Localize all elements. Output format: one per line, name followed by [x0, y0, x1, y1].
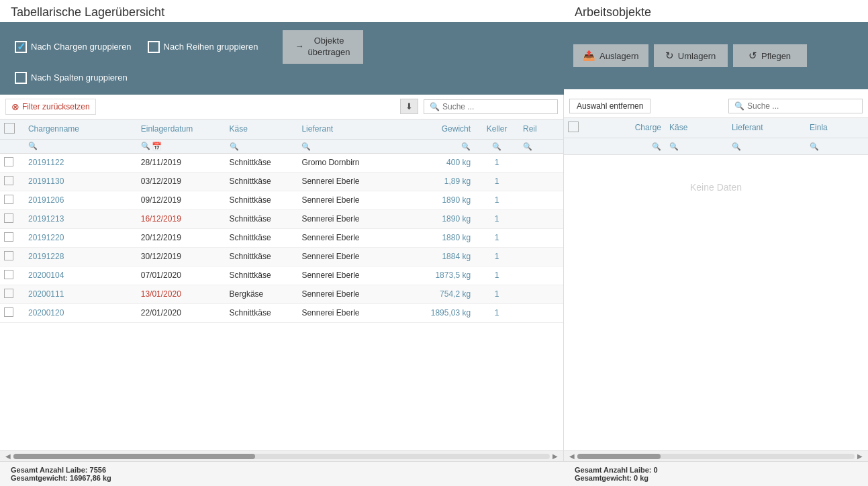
left-hscroll-right-arrow[interactable]: ▶ — [550, 452, 561, 460]
table-row[interactable]: 20191130 03/12/2019 Schnittkäse Sennerei… — [0, 172, 563, 191]
row-chargenname: 20191122 — [24, 153, 137, 172]
right-table-section: Auswahl entfernen 🔍 Charge — [564, 95, 868, 461]
left-table-header-row: Chargenname Einlagerdatum Käse Lieferant… — [0, 119, 563, 140]
right-hscroll-left-arrow[interactable]: ◀ — [567, 452, 577, 460]
left-table-body: 20191122 28/11/2019 Schnittkäse Gromo Do… — [0, 153, 563, 322]
row-kaese: Schnittkäse — [226, 303, 298, 322]
filter-einlagerdatum-cell: 🔍 📅 — [137, 139, 226, 153]
filter-date-icon: 🔍 — [141, 142, 150, 150]
row-lieferant: Sennerei Eberle — [297, 228, 402, 247]
right-col-check — [564, 118, 587, 138]
row-chargenname: 20191213 — [24, 209, 137, 228]
right-col-kaese: Käse — [665, 118, 728, 138]
filter-check-cell — [0, 139, 24, 153]
filter-lieferant-cell: 🔍 — [297, 139, 402, 153]
table-row[interactable]: 20191228 30/12/2019 Schnittkäse Sennerei… — [0, 247, 563, 266]
left-search-input[interactable] — [442, 102, 552, 111]
export-button[interactable]: ⬇ — [400, 99, 418, 114]
row-keller: 1 — [475, 303, 519, 322]
pflegen-label: Pflegen — [761, 51, 791, 61]
pflegen-button[interactable]: ↺ Pflegen — [733, 44, 807, 67]
left-filter-bar: ⊗ Filter zurücksetzen ⬇ 🔍 — [0, 95, 563, 119]
row-keller: 1 — [475, 172, 519, 191]
table-row[interactable]: 20200120 22/01/2020 Schnittkäse Sennerei… — [0, 303, 563, 322]
left-table-filter-row: 🔍 🔍 📅 🔍 — [0, 139, 563, 153]
right-col-charge: Charge — [587, 118, 665, 138]
left-search-box[interactable]: 🔍 — [424, 99, 558, 114]
right-table-scroll[interactable]: Charge Käse Lieferant Einla 🔍 🔍 — [564, 118, 868, 450]
filter-reset-label: Filter zurücksetzen — [22, 102, 90, 111]
transfer-arrow-icon: → — [295, 41, 304, 52]
filter-lieferant-icon: 🔍 — [301, 142, 311, 150]
row-keller: 1 — [475, 285, 519, 303]
table-row[interactable]: 20200104 07/01/2020 Schnittkäse Sennerei… — [0, 266, 563, 285]
row-reil — [519, 209, 563, 228]
content-row: ⊗ Filter zurücksetzen ⬇ 🔍 — [0, 95, 868, 461]
row-lieferant: Sennerei Eberle — [297, 285, 402, 303]
row-chargenname: 20191206 — [24, 191, 137, 209]
row-keller: 1 — [475, 247, 519, 266]
row-reil — [519, 303, 563, 322]
row-reil — [519, 247, 563, 266]
right-filter-lieferant: 🔍 — [728, 138, 806, 154]
nach-spalten-checkbox[interactable]: Nach Spalten gruppieren — [9, 69, 133, 87]
row-keller: 1 — [475, 209, 519, 228]
row-check — [0, 247, 24, 266]
nach-chargen-checkbox[interactable]: ✓ Nach Chargen gruppieren — [9, 38, 137, 56]
right-search-box[interactable]: 🔍 — [728, 99, 863, 113]
row-reil — [519, 285, 563, 303]
filter-chargenname-cell: 🔍 — [24, 139, 137, 153]
transfer-label: Objekteübertragen — [308, 36, 350, 58]
col-header-keller: Keller — [475, 119, 519, 140]
row-reil — [519, 191, 563, 209]
right-hscroll-track[interactable] — [577, 454, 855, 459]
row-lieferant: Gromo Dornbirn — [297, 153, 402, 172]
umlagern-button[interactable]: ↻ Umlagern — [654, 44, 728, 67]
right-search-input[interactable] — [747, 101, 857, 111]
nach-reihen-checkbox[interactable]: Nach Reihen gruppieren — [142, 38, 264, 56]
right-filter-lieferant-icon: 🔍 — [732, 142, 741, 150]
right-hscroll-right-arrow[interactable]: ▶ — [855, 452, 865, 460]
row-gewicht: 400 kg — [402, 153, 475, 172]
right-filter-charge: 🔍 — [587, 138, 665, 154]
row-einlagerdatum: 22/01/2020 — [137, 303, 226, 322]
transfer-button[interactable]: → Objekteübertragen — [283, 30, 363, 64]
right-hscroll-thumb[interactable] — [577, 454, 661, 459]
auslagern-button[interactable]: 📤 Auslagern — [573, 44, 648, 67]
left-hscroll-thumb[interactable] — [13, 454, 255, 459]
row-reil — [519, 153, 563, 172]
left-hscroll-left-arrow[interactable]: ◀ — [3, 452, 13, 460]
filter-reset-button[interactable]: ⊗ Filter zurücksetzen — [5, 99, 96, 115]
row-check — [0, 303, 24, 322]
row-lieferant: Sennerei Eberle — [297, 266, 402, 285]
row-lieferant: Sennerei Eberle — [297, 247, 402, 266]
nach-chargen-label: Nach Chargen gruppieren — [31, 42, 132, 52]
row-chargenname: 20200111 — [24, 285, 137, 303]
row-einlagerdatum: 13/01/2020 — [137, 285, 226, 303]
remove-selection-button[interactable]: Auswahl entfernen — [569, 99, 650, 113]
row-gewicht: 1884 kg — [402, 247, 475, 266]
right-footer-line2: Gesamtgewicht: 0 kg — [575, 474, 648, 482]
right-hscroll-bar[interactable]: ◀ ▶ — [564, 450, 868, 461]
row-keller: 1 — [475, 266, 519, 285]
table-row[interactable]: 20191206 09/12/2019 Schnittkäse Sennerei… — [0, 191, 563, 209]
table-row[interactable]: 20191213 16/12/2019 Schnittkäse Sennerei… — [0, 209, 563, 228]
row-chargenname: 20200120 — [24, 303, 137, 322]
table-row[interactable]: 20191220 20/12/2019 Schnittkäse Sennerei… — [0, 228, 563, 247]
filter-reil-icon: 🔍 — [523, 142, 532, 150]
left-table-wrapper[interactable]: Chargenname Einlagerdatum Käse Lieferant… — [0, 119, 563, 450]
row-einlagerdatum: 20/12/2019 — [137, 228, 226, 247]
row-kaese: Schnittkäse — [226, 266, 298, 285]
table-row[interactable]: 20191122 28/11/2019 Schnittkäse Gromo Do… — [0, 153, 563, 172]
right-filter-einla-icon: 🔍 — [810, 142, 819, 150]
row-gewicht: 754,2 kg — [402, 285, 475, 303]
left-hscroll-bar[interactable]: ◀ ▶ — [0, 450, 563, 461]
filter-kaese-icon: 🔍 — [230, 142, 239, 150]
row-einlagerdatum: 16/12/2019 — [137, 209, 226, 228]
left-hscroll-track[interactable] — [13, 454, 550, 459]
left-table: Chargenname Einlagerdatum Käse Lieferant… — [0, 119, 563, 323]
table-row[interactable]: 20200111 13/01/2020 Bergkäse Sennerei Eb… — [0, 285, 563, 303]
right-toolbar: 📤 Auslagern ↻ Umlagern ↺ Pflegen — [564, 22, 868, 89]
filter-calendar-icon: 📅 — [152, 142, 162, 151]
right-filter-charge-icon: 🔍 — [652, 142, 661, 150]
